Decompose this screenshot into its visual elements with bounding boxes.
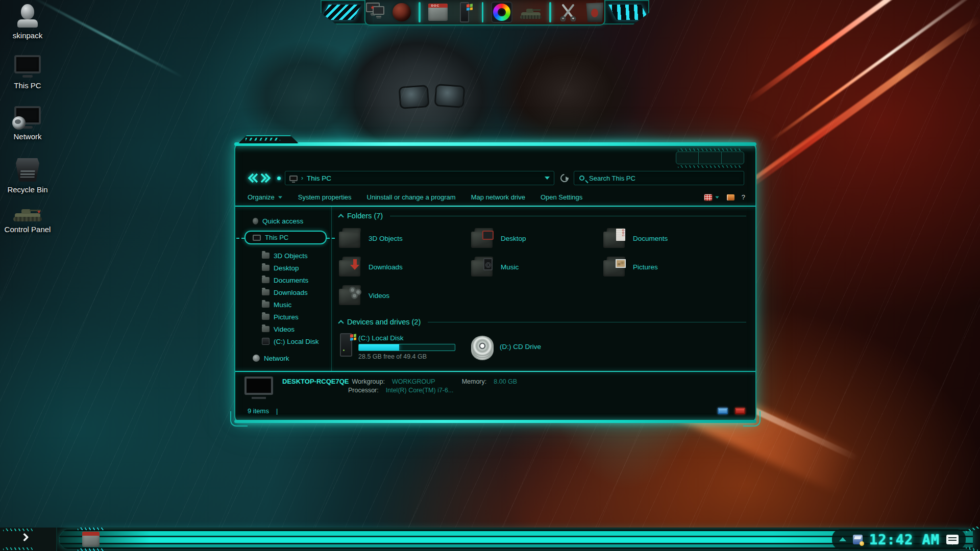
start-button[interactable] [20,533,29,542]
color-wheel-icon[interactable] [491,2,512,23]
desktop-icon-recycle-bin[interactable]: Recycle Bin [3,158,52,194]
sidebar-item-pictures[interactable]: Pictures [235,311,332,323]
documents-folder-icon[interactable]: DOC [428,2,448,23]
globe-browser-icon[interactable] [392,2,411,23]
scissors-icon[interactable] [559,2,578,23]
dock-separator [419,2,421,22]
desktop-icon-this-pc[interactable]: This PC [3,55,52,90]
icons-view-button[interactable] [735,408,745,414]
dock-stripes [321,5,361,20]
collapse-chevron-icon[interactable] [338,214,344,219]
tile-label: 3D Objects [369,235,403,242]
virtualbox-tray-icon[interactable] [853,535,863,544]
top-dock: ★ DOC [321,0,649,29]
windows-flag-icon [350,334,356,340]
sidebar-item-documents[interactable]: Documents [235,274,332,286]
recycle-bin-dock-icon[interactable] [585,2,604,23]
sidebar-item-this-pc[interactable]: This PC [244,231,327,244]
sidebar-item-music[interactable]: Music [235,298,332,311]
uninstall-program-button[interactable]: Uninstall or change a program [367,193,456,201]
sidebar-item-c-drive[interactable]: (C:) Local Disk [235,335,332,347]
change-view-button[interactable] [704,194,720,201]
window-body: Quick access This PC 3D Objects Desktop [235,207,755,371]
address-bar[interactable]: › This PC [285,171,554,185]
doc-art-label: DOC [622,230,625,237]
globe-shape [393,3,411,21]
tile-videos[interactable]: Videos [339,281,471,310]
drive-tiles: (C:) Local Disk 28.5 GB free of 49.4 GB … [339,333,746,360]
address-row: › This PC [235,167,755,189]
address-dropdown-chevron-icon[interactable] [545,177,550,180]
tile-downloads[interactable]: Downloads [339,253,471,281]
organize-button[interactable]: Organize [248,193,283,201]
workgroup-value: WORKGROUP [392,378,435,385]
folder-icon [339,285,362,306]
details-view-button[interactable] [718,408,728,414]
help-button[interactable]: ? [742,193,745,201]
sidebar-item-videos[interactable]: Videos [235,323,332,335]
sidebar-label: Desktop [274,264,299,272]
search-box[interactable] [574,171,744,185]
tile-documents[interactable]: DOC Documents [603,224,736,253]
search-input[interactable] [589,174,739,182]
network-icon [253,355,260,362]
taskbar-file-explorer-button[interactable] [77,529,105,550]
maximize-button[interactable] [699,152,721,164]
drive-info: (C:) Local Disk 28.5 GB free of 49.4 GB [358,333,455,360]
sidebar-item-3d-objects[interactable]: 3D Objects [235,249,332,262]
organize-label: Organize [248,193,275,201]
views-chevron-icon [715,196,719,198]
desktop-icon-control-panel[interactable]: ★ Control Panel [3,206,52,234]
close-button[interactable] [722,152,744,164]
sidebar-label: Pictures [274,313,299,321]
breadcrumb[interactable]: This PC [307,174,331,182]
computer-icon [289,176,298,181]
files-pane: Folders (7) 3D Objects Desktop DOC Docum… [332,207,755,371]
tile-d-drive[interactable]: (D:) CD Drive [471,333,541,360]
sidebar-item-network[interactable]: Network [235,352,332,364]
camo-displays-icon[interactable]: ★ [365,2,384,23]
quick-access-icon [253,218,258,224]
search-icon [579,176,584,181]
tile-3d-objects[interactable]: 3D Objects [339,224,471,253]
tile-pictures[interactable]: Pictures [603,253,736,281]
folder-icon [471,256,495,278]
preview-pane-button[interactable] [727,194,734,201]
desktop-icon-network[interactable]: Network [3,106,52,141]
pc-tower-icon[interactable] [455,2,474,23]
details-separator [235,371,755,372]
sidebar-item-downloads[interactable]: Downloads [235,286,332,298]
memory-value: 8.00 GB [494,378,517,385]
drive-label: (C:) Local Disk [358,334,455,342]
minimize-button[interactable] [676,152,699,164]
sidebar-label: Music [274,301,291,309]
tile-desktop[interactable]: Desktop [471,224,603,253]
sidebar-item-quick-access[interactable]: Quick access [235,215,332,227]
network-monitor-icon [14,106,41,129]
dock-separator [549,2,551,22]
desktop-icon-skinpack[interactable]: skinpack [3,4,52,40]
tile-c-drive[interactable]: (C:) Local Disk 28.5 GB free of 49.4 GB [339,333,471,360]
sidebar-item-desktop[interactable]: Desktop [235,262,332,274]
notification-center-icon[interactable] [946,535,959,544]
show-hidden-icons-button[interactable] [839,537,846,541]
taskbar-left-panel [0,528,57,551]
refresh-button[interactable] [559,172,571,184]
map-network-drive-button[interactable]: Map network drive [471,193,525,201]
taskbar-clock[interactable]: 12:42 AM [869,532,940,547]
open-settings-button[interactable]: Open Settings [541,193,582,201]
tile-label: Desktop [501,235,526,242]
desktop: ★ DOC [0,0,980,551]
command-toolbar: Organize System properties Uninstall or … [235,189,755,206]
tile-music[interactable]: Music [471,253,603,281]
collapse-chevron-icon[interactable] [338,320,344,325]
dock-core: ★ DOC [364,0,605,26]
free-space-text: 28.5 GB free of 49.4 GB [358,353,455,360]
tank-icon[interactable] [520,2,542,23]
item-count: 9 items [248,407,269,415]
sidebar-label: Downloads [274,289,308,296]
system-properties-button[interactable]: System properties [298,193,352,201]
explorer-window: › This PC Organize System properties Uni… [234,143,756,422]
section-title: Devices and drives (2) [347,318,421,326]
back-forward-buttons[interactable] [247,172,272,184]
